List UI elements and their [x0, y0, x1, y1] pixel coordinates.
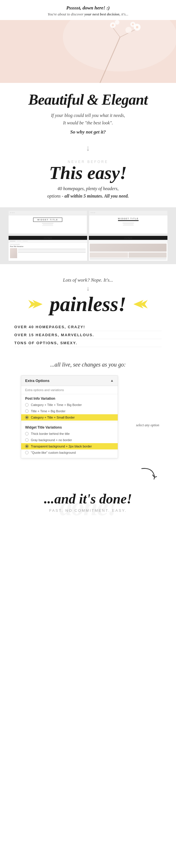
- wradio-item-1[interactable]: Thick border behind the title: [21, 431, 118, 437]
- top-announcement: Pssssst, down here! :) You're about to d…: [0, 0, 176, 20]
- enchant-logo-2: enchant: [124, 237, 132, 239]
- subline-bold: your next best decision: [84, 12, 119, 16]
- top-headline: Pssssst, down here! :): [11, 5, 165, 11]
- options-panel-header: Extra Options ▲: [21, 376, 118, 386]
- group1-title: Post Info Variation: [21, 394, 118, 402]
- screenshot-widget-thin: WIDGET TITLE: [8, 211, 87, 234]
- wradio-4-label: "Quote-like" custom background: [31, 451, 76, 454]
- screenshots-row1: WIDGET TITLE WIDGET TITLE: [8, 211, 168, 234]
- radio-3[interactable]: [25, 416, 29, 419]
- wradio-1-label: Thick border behind the title: [31, 432, 70, 435]
- beautiful-line2: It would be "the best look".: [11, 119, 165, 127]
- arrow-down-2: ↓: [11, 283, 165, 294]
- left-arrows-svg: [27, 297, 44, 311]
- post-title-label: Post Title Variation: [10, 246, 86, 247]
- screenshot-enchant-1: enchant CATEGORY Post Title Variation: [8, 236, 87, 261]
- radio-item-2[interactable]: Title + Time + Big Border: [21, 408, 118, 414]
- wradio-3-label: Transparent background + 2px black borde…: [31, 444, 92, 448]
- done-subtitle: FAST. NO COMMITMENT. EASY.: [11, 508, 165, 518]
- svg-point-8: [115, 20, 119, 25]
- wradio-2-label: Gray background + no border: [31, 438, 72, 442]
- radio-1[interactable]: [25, 403, 29, 407]
- enchant-logo-1: enchant: [44, 237, 52, 239]
- painless-intro: Lots of work? Nope. It's...: [11, 277, 165, 283]
- beautiful-cta: So why not get it?: [11, 129, 165, 135]
- screenshot-widget-thick: WIDGET TITLE: [89, 211, 168, 234]
- beautiful-section: Beautiful & Elegant If your blog could t…: [0, 83, 176, 141]
- stat1-bold: CRAZY!: [68, 325, 85, 329]
- painless-word-container: painless!: [44, 294, 132, 314]
- beautiful-line1: If your blog could tell you what it need…: [11, 112, 165, 119]
- options-subtitle: Extra options and variations: [21, 386, 118, 394]
- done-section: done! ...and it's done! FAST. NO COMMITM…: [0, 485, 176, 521]
- options-panel: Extra Options ▲ Extra options and variat…: [21, 375, 118, 458]
- desc-bold: all within 5 minutes. All you need.: [65, 193, 129, 198]
- painless-word: painless!: [50, 294, 126, 314]
- top-headline-text: Pssssst, down here! :): [66, 5, 110, 10]
- curved-arrow: [0, 463, 176, 485]
- screenshots-area: WIDGET TITLE WIDGET TITLE: [0, 207, 176, 264]
- never-before-section: NEVER BEFORE This easy! 40 homepages, pl…: [0, 154, 176, 203]
- options-panel-title: Extra Options: [25, 378, 49, 383]
- this-easy-title: This easy!: [11, 164, 165, 182]
- stat-3: TONS OF OPTIONS, SMEXY.: [14, 339, 162, 347]
- hero-image: [0, 20, 176, 83]
- svg-point-10: [136, 26, 138, 28]
- wradio-item-3-active[interactable]: Transparent background + 2px black borde…: [21, 443, 118, 450]
- select-any-label: select any option: [136, 406, 170, 427]
- radio-2-label: Title + Time + Big Border: [31, 409, 65, 413]
- stat1-prefix: OVER 40 HOMEPAGES,: [14, 325, 68, 329]
- desc-line2-text: options -: [47, 193, 64, 198]
- panel-wrapper: Extra Options ▲ Extra options and variat…: [0, 371, 176, 463]
- arrow-down-1: ↓: [0, 141, 176, 154]
- stat2-bold: MARVELLOUS.: [61, 333, 94, 337]
- wradio-3[interactable]: [25, 444, 29, 448]
- never-before-desc: 40 homepages, plenty of headers, options…: [11, 185, 165, 199]
- wradio-4[interactable]: [25, 451, 29, 454]
- stat-1: OVER 40 HOMEPAGES, CRAZY!: [14, 323, 162, 331]
- desc-line1: 40 homepages, plenty of headers,: [11, 185, 165, 192]
- live-title: ...all live, see changes as you go:: [11, 361, 165, 368]
- radio-item-3-active[interactable]: Category + Title + Small Border: [21, 414, 118, 421]
- screenshot-enchant-2: enchant: [89, 236, 168, 261]
- top-subline: You're about to discover your next best …: [11, 12, 165, 17]
- stat3-bold: SMEXY.: [60, 341, 77, 345]
- wradio-item-4[interactable]: "Quote-like" custom background: [21, 450, 118, 456]
- widget-title-thin-border: WIDGET TITLE: [33, 218, 63, 222]
- stats-section: OVER 40 HOMEPAGES, CRAZY! OVER 15 HEADER…: [0, 317, 176, 353]
- category-label-1: CATEGORY: [10, 244, 86, 245]
- stat-2: OVER 15 HEADERS, MARVELLOUS.: [14, 331, 162, 339]
- svg-point-11: [132, 24, 134, 25]
- svg-point-12: [112, 24, 114, 26]
- widget-title-thick-border: WIDGET TITLE: [118, 218, 139, 221]
- radio-1-label: Category + Title + Time + Big Border: [31, 403, 82, 407]
- live-section: ...all live, see changes as you go:: [0, 353, 176, 371]
- painless-section: Lots of work? Nope. It's... ↓ painless!: [0, 269, 176, 317]
- beautiful-title: Beautiful & Elegant: [11, 92, 165, 108]
- options-collapse-arrow[interactable]: ▲: [110, 378, 114, 383]
- desc-line2: options - all within 5 minutes. All you …: [11, 192, 165, 200]
- wradio-item-2[interactable]: Gray background + no border: [21, 437, 118, 443]
- beautiful-subtitle: If your blog could tell you what it need…: [11, 112, 165, 126]
- group2-title: Widget Title Variations: [21, 423, 118, 431]
- radio-item-1[interactable]: Category + Title + Time + Big Border: [21, 402, 118, 408]
- subline-before: You're about to discover: [48, 12, 84, 16]
- radio-3-label: Category + Title + Small Border: [31, 416, 75, 419]
- curved-arrow-svg: [136, 466, 159, 483]
- right-arrows-svg: [132, 297, 149, 311]
- stat3-prefix: TONS OF OPTIONS,: [14, 341, 60, 345]
- hero-svg: [0, 20, 176, 83]
- subline-after: , it's...: [119, 12, 128, 16]
- screenshots-row2: enchant CATEGORY Post Title Variation: [8, 236, 168, 261]
- wradio-1[interactable]: [25, 432, 29, 435]
- stat2-prefix: OVER 15 HEADERS,: [14, 333, 61, 337]
- done-title: ...and it's done!: [11, 491, 165, 507]
- radio-2[interactable]: [25, 409, 29, 413]
- wradio-2[interactable]: [25, 438, 29, 442]
- svg-point-9: [126, 27, 132, 33]
